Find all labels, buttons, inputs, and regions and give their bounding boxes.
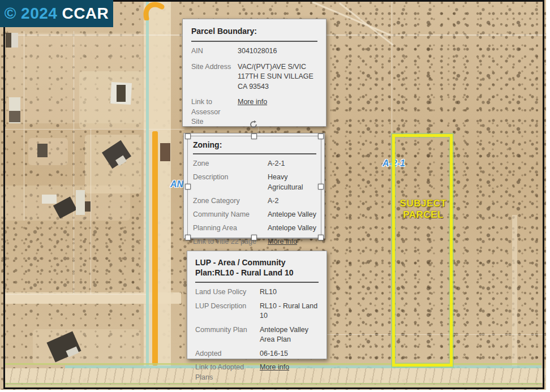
subject-parcel-boundary[interactable] [392,134,453,367]
road-centerline-hook [140,0,169,20]
parcel-line [74,31,74,294]
info-row: Community Plan Antelope Valley Area Plan [195,325,319,345]
row-label: Community Name [193,210,263,220]
resize-handle-n[interactable] [251,133,257,139]
row-value: Antelope Valley Area Plan [260,325,319,345]
row-label: LUP Description [195,301,255,321]
parcel-line [5,129,184,130]
resize-handle-s[interactable] [251,235,257,240]
building [160,143,170,161]
resize-handle-w[interactable] [185,184,191,189]
lup-panel[interactable]: LUP - Area / Community Plan:RL10 - Rural… [187,251,327,359]
utility-line-vertical [146,2,149,367]
panel-title: Zoning: [193,140,316,150]
divider [193,153,316,154]
more-info-link[interactable]: More info [268,237,316,247]
page-margin [546,0,550,392]
row-value: RL10 - Rural Land 10 [260,301,319,321]
row-value: Antelope Valley [268,223,316,234]
panel-title: Parcel Boundary: [191,26,317,36]
building [85,201,91,212]
building [42,195,57,204]
building [117,85,126,102]
building [6,33,11,48]
ccar-watermark: © 2024 CCAR [0,0,113,27]
building [76,190,85,215]
row-value: Heavy Agricultural [268,173,316,192]
page-margin [0,390,550,392]
row-label: Community Plan [195,325,255,345]
resize-handle-sw[interactable] [185,235,191,240]
copyright-year: © 2024 [5,5,58,23]
cleared-field [28,138,68,165]
row-value: VAC/(PVT)AVE S/VIC 117TH E SUN VILLAGE C… [238,62,317,92]
info-row: Land Use Policy RL10 [195,287,319,298]
info-row: Community Name Antelope Valley [193,210,316,220]
row-label: Site Address [191,62,233,92]
row-label: Zone Category [193,196,263,206]
row-label: Description [193,173,263,192]
info-row: Site Address VAC/(PVT)AVE S/VIC 117TH E … [191,62,317,92]
row-label: Link to Adopted Plans [195,363,255,382]
brand-name: CCAR [62,5,109,23]
info-row: Description Heavy Agricultural [193,173,316,192]
resize-handle-e[interactable] [318,184,324,189]
more-info-link[interactable]: More info [260,363,319,382]
row-value: A-2 [268,196,316,206]
row-value: 3041028016 [238,46,317,57]
resize-handle-ne[interactable] [318,133,324,139]
info-row: AIN 3041028016 [191,46,317,57]
info-row: Zone A-2-1 [193,159,316,169]
divider [191,41,317,42]
row-label: Land Use Policy [195,287,255,298]
divider [195,282,319,283]
building [37,144,48,157]
info-row: Adopted 06-16-15 [195,349,319,359]
resize-handle-nw[interactable] [185,133,191,139]
parcel-boundary-panel[interactable]: Parcel Boundary: AIN 3041028016 Site Add… [182,19,326,127]
panel-title: LUP - Area / Community Plan:RL10 - Rural… [195,257,319,278]
resize-handle-se[interactable] [318,235,324,240]
info-row: Zone Category A-2 [193,196,316,206]
subject-parcel-label: SUBJECT PARCEL [395,198,452,220]
row-label: AIN [191,46,233,57]
row-value: A-2-1 [268,159,316,169]
info-row: LUP Description RL10 - Rural Land 10 [195,301,319,321]
rotate-handle-icon[interactable] [249,120,258,129]
zoning-panel[interactable]: Zoning: Zone A-2-1 Description Heavy Agr… [183,133,325,239]
row-label: Zone [193,159,263,169]
road-centerline-orange [152,131,158,365]
row-label: Planning Area [193,223,263,234]
row-label: Link to Assessor Site [191,97,233,127]
dirt-trail-vertical [512,215,517,368]
row-value: RL10 [260,287,319,298]
road-label: AN [170,179,183,189]
parcel-line [24,31,24,221]
info-row: Planning Area Antelope Valley [193,223,316,234]
parcel-line [91,129,91,294]
row-label: Adopted [195,349,255,359]
info-row: Link to Adopted Plans More info [195,363,319,382]
row-value: Antelope Valley [268,210,316,220]
parcel-line [392,2,392,134]
parcel-line [5,294,146,295]
map-viewer: A-2-1 AN SUBJECT PARCEL Parcel Boundary:… [0,0,550,392]
row-value: 06-16-15 [260,349,319,359]
building [9,111,20,122]
